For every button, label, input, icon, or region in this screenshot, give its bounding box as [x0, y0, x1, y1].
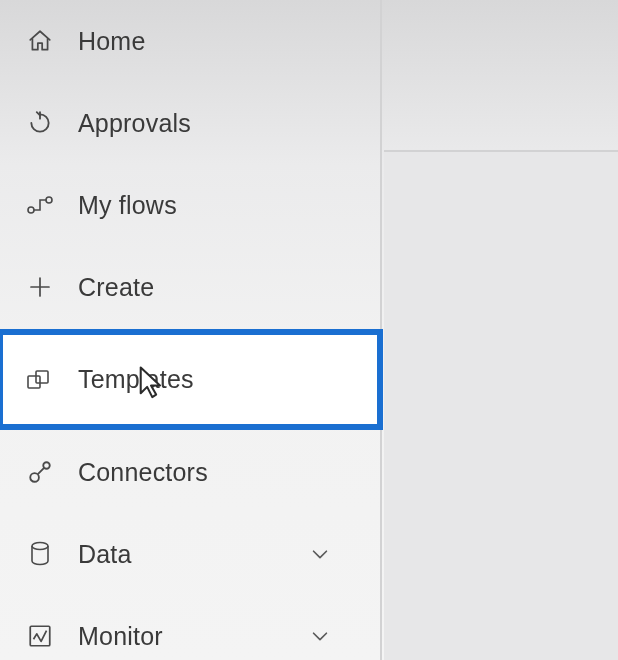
- sidebar-item-data[interactable]: Data: [0, 513, 380, 595]
- sidebar-item-monitor[interactable]: Monitor: [0, 595, 380, 660]
- svg-rect-7: [30, 626, 50, 646]
- home-icon: [26, 27, 54, 55]
- sidebar-item-label: Monitor: [78, 622, 163, 651]
- chevron-down-icon[interactable]: [308, 624, 332, 648]
- flows-icon: [26, 191, 54, 219]
- sidebar-item-templates[interactable]: Templates: [0, 332, 380, 427]
- sidebar-item-label: My flows: [78, 191, 177, 220]
- chevron-down-icon[interactable]: [308, 542, 332, 566]
- connectors-icon: [26, 458, 54, 486]
- svg-point-1: [46, 197, 52, 203]
- svg-point-6: [32, 543, 48, 550]
- sidebar-item-myflows[interactable]: My flows: [0, 164, 380, 246]
- approvals-icon: [26, 109, 54, 137]
- svg-point-0: [28, 207, 34, 213]
- data-icon: [26, 540, 54, 568]
- svg-rect-3: [36, 371, 48, 383]
- plus-icon: [26, 273, 54, 301]
- svg-rect-2: [28, 376, 40, 388]
- sidebar-item-create[interactable]: Create: [0, 246, 380, 328]
- sidebar-item-label: Create: [78, 273, 154, 302]
- templates-icon: [26, 366, 54, 394]
- svg-point-4: [30, 473, 39, 482]
- sidebar-nav: Home Approvals My flows Create: [0, 0, 382, 660]
- content-pane: [384, 150, 618, 660]
- sidebar-item-label: Data: [78, 540, 132, 569]
- sidebar-item-label: Templates: [78, 365, 194, 394]
- sidebar-item-home[interactable]: Home: [0, 0, 380, 82]
- sidebar-item-label: Connectors: [78, 458, 208, 487]
- sidebar-item-label: Approvals: [78, 109, 191, 138]
- sidebar-item-connectors[interactable]: Connectors: [0, 431, 380, 513]
- monitor-icon: [26, 622, 54, 650]
- sidebar-item-approvals[interactable]: Approvals: [0, 82, 380, 164]
- sidebar-item-label: Home: [78, 27, 146, 56]
